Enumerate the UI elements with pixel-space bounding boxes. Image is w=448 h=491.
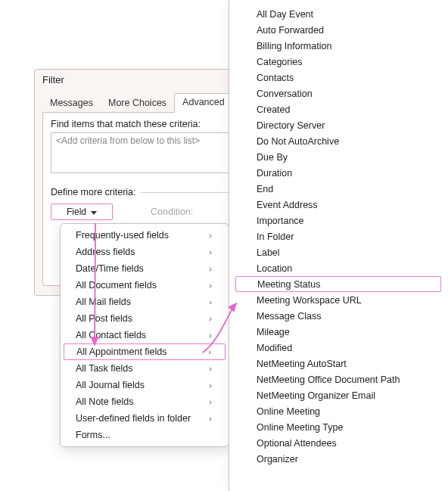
appointment-field-label: NetMeeting Office Document Path (257, 374, 400, 385)
appointment-field-item[interactable]: Optional Attendees (229, 435, 447, 451)
appointment-field-item[interactable]: Online Meeting Type (229, 419, 447, 435)
appointment-field-label: NetMeeting AutoStart (257, 359, 347, 369)
field-category-item[interactable]: All Note fields› (61, 393, 229, 410)
forms-label: Forms... (76, 430, 110, 440)
appointment-field-item[interactable]: Do Not AutoArchive (229, 133, 447, 149)
chevron-right-icon: › (209, 331, 212, 340)
chevron-right-icon: › (209, 281, 212, 290)
appointment-field-item[interactable]: Billing Information (229, 38, 447, 54)
appointment-field-label: Duration (257, 168, 292, 179)
appointment-field-item[interactable]: NetMeeting Organizer Email (229, 387, 447, 403)
appointment-field-item[interactable]: Auto Forwarded (229, 22, 447, 38)
condition-label: Condition: (151, 207, 193, 217)
forms-menu-item[interactable]: Forms... (61, 427, 229, 443)
appointment-field-item[interactable]: Location (229, 260, 447, 276)
appointment-field-label: Label (257, 247, 280, 258)
field-category-item[interactable]: All Mail fields› (61, 294, 229, 310)
appointment-field-label: Auto Forwarded (257, 25, 324, 36)
appointment-field-item[interactable]: Importance (229, 213, 447, 228)
appointment-field-item[interactable]: Duration (229, 165, 447, 181)
appointment-field-item[interactable]: Created (229, 101, 447, 117)
chevron-right-icon: › (209, 247, 212, 256)
appointment-field-label: Modified (257, 343, 292, 353)
appointment-field-item[interactable]: Modified (229, 340, 447, 356)
appointment-field-label: All Day Event (257, 9, 313, 20)
appointment-field-label: NetMeeting Organizer Email (257, 390, 375, 401)
appointment-field-label: Message Class (257, 311, 321, 322)
field-category-item[interactable]: All Document fields› (61, 277, 229, 294)
field-category-label: All Appointment fields (76, 346, 167, 357)
appointment-field-item[interactable]: NetMeeting AutoStart (229, 356, 447, 371)
appointment-field-item[interactable]: Contacts (229, 70, 447, 85)
appointment-field-item[interactable]: Directory Server (229, 117, 447, 133)
chevron-down-icon (91, 207, 97, 217)
appointment-field-label: Online Meeting Type (257, 422, 343, 433)
appointment-field-label: Contacts (257, 73, 294, 83)
field-category-item[interactable]: All Journal fields› (61, 377, 229, 393)
appointment-field-item[interactable]: Label (229, 244, 447, 260)
appointment-fields-submenu: All Day EventAuto ForwardedBilling Infor… (229, 0, 447, 491)
appointment-field-item[interactable]: In Folder (229, 228, 447, 244)
appointment-field-item[interactable]: Meeting Workspace URL (229, 292, 447, 308)
appointment-field-label: Meeting Workspace URL (257, 295, 362, 306)
appointment-field-label: Event Address (257, 200, 318, 210)
field-category-item[interactable]: Date/Time fields› (61, 260, 229, 277)
field-dropdown-button[interactable]: Field (51, 204, 113, 220)
appointment-field-item[interactable]: Message Class (229, 308, 447, 324)
field-categories-menu: Frequently-used fields›Address fields›Da… (60, 223, 229, 447)
appointment-field-label: End (257, 184, 273, 194)
chevron-right-icon: › (209, 231, 212, 240)
appointment-field-label: Organizer (257, 454, 298, 465)
field-category-item[interactable]: All Task fields› (61, 360, 229, 377)
field-category-label: All Mail fields (76, 297, 131, 307)
chevron-right-icon: › (209, 397, 212, 406)
field-category-label: All Contact fields (76, 330, 146, 340)
appointment-field-label: Importance (257, 216, 304, 226)
field-category-label: All Note fields (76, 396, 133, 407)
appointment-field-item[interactable]: Organizer (229, 451, 447, 467)
chevron-right-icon: › (209, 414, 212, 423)
appointment-field-item[interactable]: Conversation (229, 85, 447, 101)
field-category-label: All Journal fields (76, 380, 145, 390)
field-category-item[interactable]: All Contact fields› (61, 327, 229, 343)
field-category-item[interactable]: Address fields› (61, 244, 229, 260)
field-category-label: Frequently-used fields (76, 230, 169, 241)
appointment-field-label: Online Meeting (257, 406, 320, 417)
tab-more-choices[interactable]: More Choices (101, 95, 174, 113)
appointment-field-label: Mileage (257, 327, 290, 337)
chevron-right-icon: › (209, 314, 212, 323)
field-category-label: User-defined fields in folder (76, 413, 191, 424)
appointment-field-label: Billing Information (257, 41, 331, 51)
field-category-label: Address fields (76, 247, 135, 257)
field-category-item[interactable]: User-defined fields in folder› (61, 410, 229, 427)
field-category-label: Date/Time fields (76, 263, 144, 274)
field-category-item[interactable]: All Post fields› (61, 310, 229, 327)
field-category-label: All Post fields (76, 313, 132, 324)
appointment-field-label: Meeting Status (257, 279, 320, 290)
appointment-field-item[interactable]: Mileage (229, 324, 447, 340)
field-category-item[interactable]: Frequently-used fields› (61, 227, 229, 244)
define-label-text: Define more criteria: (51, 187, 136, 197)
appointment-field-item[interactable]: Categories (229, 54, 447, 70)
appointment-field-label: Due By (257, 152, 288, 163)
appointment-field-item[interactable]: Meeting Status (235, 276, 441, 292)
chevron-right-icon: › (208, 347, 211, 356)
appointment-field-item[interactable]: Online Meeting (229, 403, 447, 419)
appointment-field-item[interactable]: End (229, 181, 447, 197)
appointment-field-item[interactable]: All Day Event (229, 6, 447, 22)
field-category-item[interactable]: All Appointment fields› (64, 343, 226, 360)
appointment-field-label: Created (257, 104, 290, 115)
appointment-field-label: Optional Attendees (257, 438, 337, 449)
appointment-field-label: Directory Server (257, 120, 325, 131)
appointment-field-label: Categories (257, 57, 302, 67)
chevron-right-icon: › (209, 264, 212, 273)
tab-messages[interactable]: Messages (42, 95, 101, 113)
chevron-right-icon: › (209, 381, 212, 390)
field-category-label: All Task fields (76, 363, 133, 374)
appointment-field-item[interactable]: NetMeeting Office Document Path (229, 371, 447, 387)
appointment-field-item[interactable]: Event Address (229, 197, 447, 213)
chevron-right-icon: › (209, 364, 212, 373)
chevron-right-icon: › (209, 297, 212, 306)
appointment-field-item[interactable]: Due By (229, 149, 447, 165)
tab-advanced[interactable]: Advanced (174, 93, 233, 113)
